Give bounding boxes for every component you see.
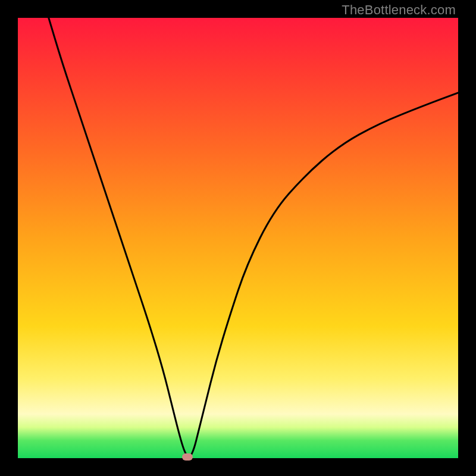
curve-svg bbox=[18, 18, 458, 458]
watermark-text: TheBottleneck.com bbox=[342, 2, 456, 18]
chart-frame: TheBottleneck.com bbox=[0, 0, 476, 476]
bottleneck-curve bbox=[49, 18, 458, 458]
plot-area bbox=[18, 18, 458, 458]
minimum-marker bbox=[182, 453, 193, 461]
